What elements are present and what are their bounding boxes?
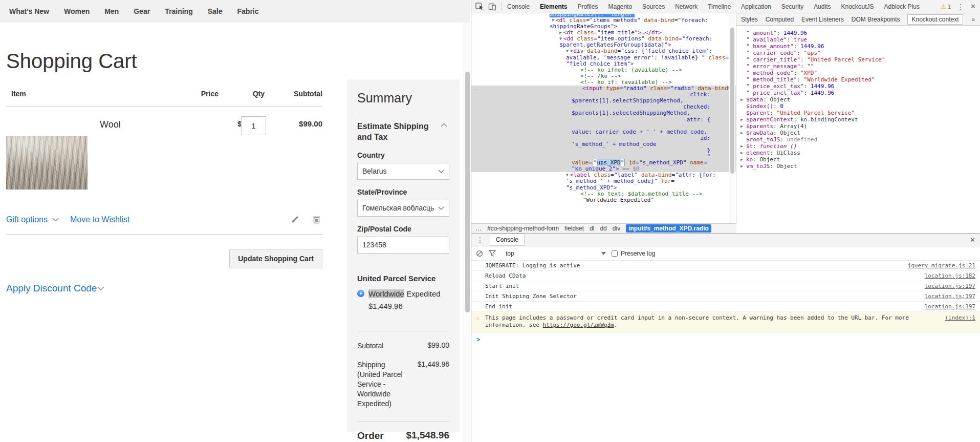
knockout-context-row[interactable]: " price_incl_tax": 1449.96	[741, 90, 980, 96]
gift-options-link[interactable]: Gift options	[6, 215, 48, 224]
devtools-tab-security[interactable]: Security	[781, 3, 803, 10]
devtools-tab-console[interactable]: Console	[507, 3, 530, 10]
knockout-context-row[interactable]: ▶$t: function ()	[741, 143, 980, 150]
devtools-tab-timeline[interactable]: Timeline	[708, 3, 731, 10]
devtools-tab-network[interactable]: Network	[675, 3, 698, 10]
knockout-context-row[interactable]: $index(): 0	[741, 103, 980, 110]
console-source-link[interactable]: location.js:197	[925, 293, 975, 300]
console-prompt[interactable]: >	[471, 332, 980, 343]
preserve-log-checkbox[interactable]	[612, 250, 618, 257]
country-select[interactable]: Belarus	[357, 163, 449, 180]
devtools-tab-adblock-plus[interactable]: Adblock Plus	[884, 3, 920, 10]
expand-arrow-icon[interactable]: ▶	[741, 150, 746, 156]
knockout-context-row[interactable]: ▶$rawData: Object	[741, 130, 980, 136]
knockout-context-row[interactable]: " available": true	[741, 36, 980, 43]
knockout-context-row[interactable]: " method_code": "XPD"	[741, 70, 980, 76]
breadcrumb-item[interactable]: dl	[590, 225, 594, 232]
dom-tree-line[interactable]: }	[471, 148, 736, 154]
knockout-context-row[interactable]: ▶element: UiClass	[741, 150, 980, 156]
sidebar-tab-computed[interactable]: Computed	[766, 16, 794, 23]
product-name[interactable]: Wool	[100, 119, 121, 130]
expand-arrow-icon[interactable]: ▶	[741, 130, 746, 136]
warning-link[interactable]: https://goo.gl/zmWq3m	[543, 322, 614, 328]
knockout-context-row[interactable]: ▶vm_toJS: Object	[741, 163, 980, 170]
estimate-shipping-toggle[interactable]: Estimate Shipping and Tax	[357, 121, 434, 143]
console-source-link[interactable]: location.js:197	[925, 283, 975, 289]
breadcrumb-item[interactable]: …	[475, 225, 482, 232]
console-source-link[interactable]: location.js:197	[925, 303, 975, 310]
dom-tree-scrollbar-thumb[interactable]	[730, 28, 734, 174]
breadcrumb-item[interactable]: dd	[600, 225, 606, 232]
expand-arrow-icon[interactable]: ▶	[741, 116, 746, 123]
move-to-wishlist-link[interactable]: Move to Wishlist	[70, 215, 129, 224]
knockout-context-row[interactable]: " carrier_title": "United Parcel Service…	[741, 56, 980, 63]
nav-item[interactable]: Training	[165, 7, 192, 15]
knockout-context-row[interactable]: ▶$data: Object	[741, 96, 980, 103]
dom-tree-line[interactable]: 's_method_' + method_code	[471, 141, 736, 148]
knockout-context-row[interactable]: ▶$parentContext: ko.bindingContext	[741, 116, 980, 123]
console-warning-badge[interactable]: ⚠ 1	[941, 3, 951, 10]
edit-item-icon[interactable]	[291, 215, 299, 224]
warning-source-link[interactable]: (index):1	[945, 314, 975, 329]
chevron-down-icon[interactable]	[52, 218, 59, 222]
console-source-link[interactable]: jquery-migrate.js:21	[908, 262, 975, 269]
console-tab[interactable]: Console	[490, 234, 525, 246]
sidebar-tab-styles[interactable]: Styles	[741, 16, 758, 23]
knockout-context-row[interactable]: $root_toJS: undefined	[741, 136, 980, 143]
nav-item[interactable]: Women	[64, 7, 90, 15]
page-scrollbar-thumb[interactable]	[465, 72, 470, 312]
knockout-context-row[interactable]: $parent: "United Parcel Service"	[741, 110, 980, 116]
devtools-tab-elements[interactable]: Elements	[540, 3, 567, 10]
sidebar-more-tabs-icon[interactable]: »	[972, 16, 975, 23]
console-source-link[interactable]: location.js:182	[925, 272, 975, 279]
nav-item[interactable]: What's New	[9, 7, 49, 15]
dom-tree-line[interactable]: "Worldwide Expedited"	[471, 197, 736, 203]
qty-input[interactable]	[241, 116, 266, 135]
knockout-context-row[interactable]: " base_amount": 1449.96	[741, 43, 980, 50]
dom-tree-line[interactable]: value: carrier_code + '_' + method_code,	[471, 129, 736, 135]
devtools-tab-application[interactable]: Application	[741, 3, 771, 10]
knockout-context-row[interactable]: " error_message": ""	[741, 63, 980, 70]
dom-tree-line[interactable]: attr: {	[471, 117, 736, 123]
nav-item[interactable]: Sale	[208, 7, 223, 15]
remove-item-icon[interactable]	[313, 215, 320, 224]
expand-arrow-icon[interactable]: ▶	[741, 96, 746, 103]
expand-arrow-icon[interactable]: ▶	[741, 156, 746, 163]
radio-selected-icon[interactable]	[357, 290, 364, 297]
sidebar-tab-knockout-context[interactable]: Knockout context	[907, 14, 963, 25]
nav-item[interactable]: Gear	[134, 7, 150, 15]
breadcrumb-item[interactable]: div	[613, 225, 620, 232]
filter-icon[interactable]	[489, 250, 496, 257]
knockout-context-row[interactable]: ▶$parents: Array(4)	[741, 123, 980, 130]
page-scrollbar[interactable]	[464, 23, 470, 442]
apply-discount-code-link[interactable]: Apply Discount Code	[6, 283, 97, 294]
update-shopping-cart-button[interactable]: Update Shopping Cart	[229, 249, 322, 268]
chevron-down-icon[interactable]	[97, 286, 104, 291]
expand-arrow-icon[interactable]: ▶	[741, 143, 746, 150]
devtools-close-icon[interactable]: ✕	[970, 3, 976, 10]
console-close-icon[interactable]: ✕	[970, 236, 975, 244]
device-toolbar-icon[interactable]	[488, 3, 496, 11]
devtools-menu-icon[interactable]: ⋮	[957, 3, 964, 11]
breadcrumb-item[interactable]: fieldset	[564, 225, 584, 232]
expand-arrow-icon[interactable]: ▶	[741, 163, 746, 170]
knockout-context-row[interactable]: " carrier_code": "ups"	[741, 50, 980, 56]
devtools-tab-audits[interactable]: Audits	[814, 3, 831, 10]
clear-console-icon[interactable]	[476, 250, 483, 257]
knockout-context-row[interactable]: " method_title": "Worldwide Expedited"	[741, 76, 980, 83]
nav-item[interactable]: Fabric	[237, 7, 259, 15]
expand-arrow-icon[interactable]: ▶	[741, 123, 746, 130]
devtools-tab-magento[interactable]: Magento	[608, 3, 632, 10]
state-select[interactable]: Гомельская вобласць	[357, 200, 449, 217]
drawer-menu-icon[interactable]: ⋮	[476, 236, 484, 244]
devtools-tab-profiles[interactable]: Profiles	[577, 3, 598, 10]
zip-input[interactable]	[357, 237, 449, 254]
knockout-context-row[interactable]: " price_excl_tax": 1449.96	[741, 83, 980, 90]
sidebar-tab-dom-breakpoints[interactable]: DOM Breakpoints	[852, 16, 900, 23]
sidebar-tab-event-listeners[interactable]: Event Listeners	[801, 16, 844, 23]
knockout-context-row[interactable]: ▶ko: Object	[741, 156, 980, 163]
devtools-tab-sources[interactable]: Sources	[642, 3, 665, 10]
product-image[interactable]	[6, 136, 88, 190]
breadcrumb-item[interactable]: #co-shipping-method-form	[487, 225, 559, 232]
shipping-method-option[interactable]: Worldwide Expedited	[357, 289, 449, 298]
